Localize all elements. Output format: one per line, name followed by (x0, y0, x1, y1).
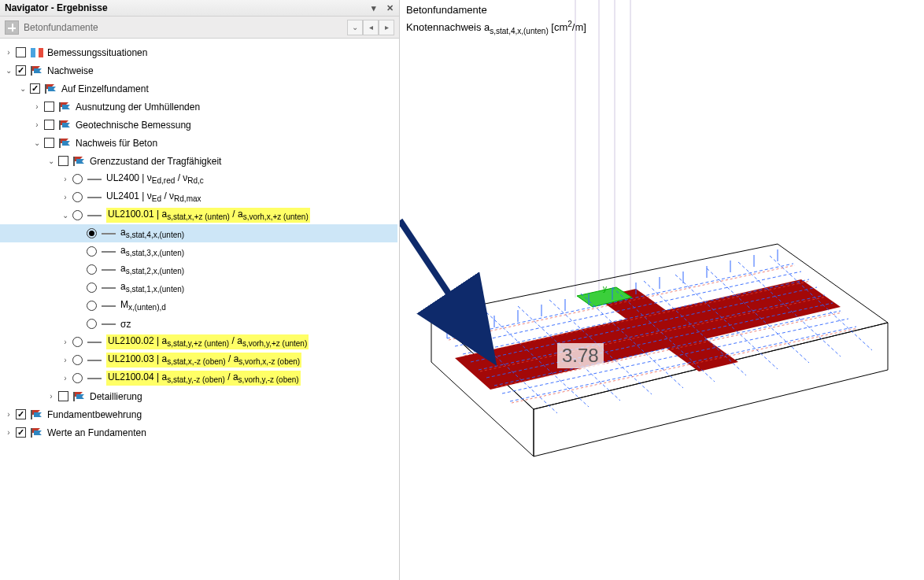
result-icon (87, 197, 102, 198)
flag-icon (45, 84, 57, 94)
checkbox[interactable] (44, 102, 54, 112)
expand-icon[interactable]: ⌄ (31, 138, 43, 149)
svg-rect-0 (31, 66, 32, 76)
checkbox[interactable] (16, 427, 26, 438)
svg-rect-3 (45, 84, 46, 94)
svg-rect-12 (59, 139, 61, 148)
expand-icon[interactable]: ⌄ (17, 83, 28, 94)
radio[interactable] (87, 301, 97, 311)
tree-row-bemessung[interactable]: › Bemessungssituationen (0, 43, 397, 61)
foundation-type-icon[interactable] (5, 20, 19, 35)
expand-icon[interactable]: › (46, 391, 57, 402)
expand-icon[interactable]: › (31, 120, 43, 131)
radio[interactable] (72, 210, 83, 220)
nav-prev-button[interactable]: ◂ (363, 20, 379, 35)
tree-row-grenzzustand[interactable]: ⌄ Grenzzustand der Tragfähigkeit (0, 152, 397, 170)
tree-row-fundamentbewehrung[interactable]: › Fundamentbewehrung (0, 405, 397, 423)
tree-row-mx[interactable]: · Mx,(unten),d (0, 297, 397, 315)
tree-row-as2[interactable]: · as,stat,2,x,(unten) (0, 260, 397, 279)
tree-row-ul2100-04[interactable]: › UL2100.04 | as,stat,y,-z (oben) / as,v… (0, 369, 397, 387)
panel-titlebar: Navigator - Ergebnisse ▾ ✕ (0, 0, 399, 17)
radio[interactable] (87, 228, 97, 238)
tree-row-ausnutzung[interactable]: › Ausnutzung der Umhüllenden (0, 98, 397, 116)
radio[interactable] (87, 319, 97, 329)
expand-icon[interactable]: › (3, 47, 14, 58)
tree-row-nachweise[interactable]: ⌄ Nachweise (0, 61, 397, 79)
panel-toolbar: Betonfundamente ⌄ ◂ ▸ (0, 17, 399, 39)
result-icon (87, 215, 102, 216)
svg-marker-14 (62, 141, 70, 146)
expand-icon[interactable]: › (60, 373, 71, 384)
expand-icon[interactable]: › (31, 102, 43, 113)
tree-row-ul2100-02[interactable]: › UL2100.02 | as,stat,y,+z (unten) / as,… (0, 333, 397, 351)
panel-close-icon[interactable]: ✕ (386, 4, 394, 13)
expand-icon[interactable]: ⌄ (60, 210, 71, 221)
results-tree[interactable]: › Bemessungssituationen ⌄ Nachweise ⌄ Au… (0, 39, 399, 580)
result-icon (87, 378, 102, 379)
checkbox[interactable] (58, 391, 68, 401)
flag-icon (59, 139, 72, 148)
radio[interactable] (72, 192, 83, 202)
design-situation-icon (31, 48, 43, 57)
result-icon (87, 360, 102, 361)
tree-row-as1[interactable]: · as,stat,1,x,(unten) (0, 279, 397, 297)
result-value-label: 3.78 (557, 343, 604, 368)
flag-icon (59, 102, 72, 112)
result-icon (87, 342, 102, 343)
toolbar-label: Betonfundamente (24, 22, 347, 33)
tree-row-as3[interactable]: · as,stat,3,x,(unten) (0, 242, 397, 260)
checkbox[interactable] (16, 65, 26, 76)
expand-icon[interactable]: › (3, 409, 14, 420)
expand-icon[interactable]: › (60, 192, 71, 203)
panel-pin-icon[interactable]: ▾ (369, 4, 378, 13)
result-icon (102, 269, 116, 271)
radio[interactable] (72, 355, 83, 365)
tree-row-sigmaz[interactable]: · σz (0, 315, 397, 333)
tree-row-beton[interactable]: ⌄ Nachweis für Beton (0, 134, 397, 152)
expand-icon[interactable]: ⌄ (46, 156, 57, 167)
result-icon (102, 287, 116, 289)
radio[interactable] (72, 373, 83, 383)
flag-icon (31, 428, 43, 438)
panel-title: Navigator - Ergebnisse (5, 2, 108, 13)
svg-marker-5 (48, 87, 56, 91)
checkbox[interactable] (44, 138, 54, 148)
navigator-panel: Navigator - Ergebnisse ▾ ✕ Betonfundamen… (0, 0, 400, 580)
expand-icon[interactable]: › (3, 427, 14, 438)
result-icon (102, 305, 116, 307)
expand-icon[interactable]: › (60, 355, 71, 366)
tree-row-as4[interactable]: · as,stat,4,x,(unten) (0, 224, 397, 242)
tree-row-ul2100-03[interactable]: › UL2100.03 | as,stat,x,-z (oben) / as,v… (0, 351, 397, 369)
flag-icon (73, 157, 86, 166)
model-viewport[interactable]: Betonfundamente Knotennachweis as,stat,4… (400, 0, 924, 580)
tree-row-ul2400[interactable]: › UL2400 | νEd,red / νRd,c (0, 170, 397, 188)
checkbox[interactable] (16, 409, 26, 419)
radio[interactable] (87, 283, 97, 293)
expand-icon[interactable]: ⌄ (3, 65, 14, 76)
svg-rect-15 (73, 157, 75, 166)
checkbox[interactable] (58, 156, 68, 166)
svg-text:y: y (603, 284, 607, 293)
svg-marker-20 (76, 394, 84, 399)
tree-row-geotechnisch[interactable]: › Geotechnische Bemessung (0, 116, 397, 134)
expand-icon[interactable]: › (60, 337, 71, 348)
flag-icon (59, 120, 72, 130)
checkbox[interactable] (44, 120, 54, 130)
result-icon (87, 179, 102, 180)
dropdown-icon[interactable]: ⌄ (347, 20, 363, 35)
tree-row-werte[interactable]: › Werte an Fundamenten (0, 423, 397, 441)
tree-row-ul2401[interactable]: › UL2401 | νEd / νRd,max (0, 188, 397, 206)
nav-next-button[interactable]: ▸ (379, 20, 394, 35)
svg-rect-6 (59, 102, 61, 112)
tree-row-detaillierung[interactable]: › Detaillierung (0, 387, 397, 405)
radio[interactable] (87, 264, 97, 275)
tree-row-einzelfundament[interactable]: ⌄ Auf Einzelfundament (0, 79, 397, 98)
checkbox[interactable] (30, 83, 40, 94)
radio[interactable] (87, 246, 97, 257)
svg-rect-9 (59, 120, 61, 130)
expand-icon[interactable]: › (60, 174, 71, 185)
checkbox[interactable] (16, 47, 26, 57)
radio[interactable] (72, 337, 83, 347)
radio[interactable] (72, 174, 83, 184)
tree-row-ul2100-01[interactable]: ⌄ UL2100.01 | as,stat,x,+z (unten) / as,… (0, 206, 397, 224)
